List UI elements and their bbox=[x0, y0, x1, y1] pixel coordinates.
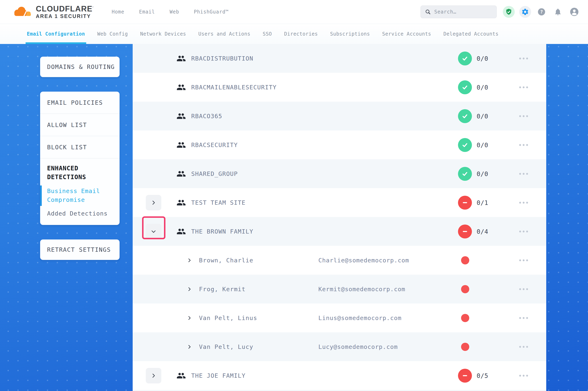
group-name: THE JOE FAMILY bbox=[191, 372, 246, 379]
status-alert-dot bbox=[461, 343, 469, 351]
member-expand-icon[interactable] bbox=[187, 258, 192, 263]
group-row-rbacmailenablesecurity: RBACMAILENABLESECURITY0/0 bbox=[133, 73, 546, 102]
member-expand-icon[interactable] bbox=[187, 287, 192, 292]
row-menu-button[interactable] bbox=[518, 257, 529, 263]
member-name: Van Pelt, Linus bbox=[199, 314, 257, 321]
member-row-brown-charlie: Brown, CharlieCharlie@somedemocorp.com bbox=[133, 246, 546, 275]
member-email: Kermit@somedemocorp.com bbox=[318, 286, 405, 293]
group-count: 0/1 bbox=[477, 199, 488, 206]
top-nav-phishguard[interactable]: PhishGuard™ bbox=[194, 9, 229, 15]
group-name: THE BROWN FAMILY bbox=[191, 228, 253, 235]
group-name: RBACDISTRUBUTION bbox=[191, 55, 253, 62]
group-icon bbox=[176, 371, 186, 380]
sidebar-item-block-list[interactable]: BLOCK LIST bbox=[40, 136, 120, 158]
group-count: 0/0 bbox=[477, 170, 488, 177]
sidebar-card-retract-settings: RETRACT SETTINGS bbox=[40, 239, 120, 260]
status-blocked-icon bbox=[458, 369, 472, 383]
group-count: 0/0 bbox=[477, 141, 488, 148]
tab-web-config[interactable]: Web Config bbox=[97, 24, 128, 44]
tab-delegated-accounts[interactable]: Delegated Accounts bbox=[443, 24, 499, 44]
group-icon bbox=[176, 227, 186, 236]
user-avatar-icon[interactable] bbox=[568, 6, 580, 18]
sidebar-item-business-email-compromise[interactable]: Business Email Compromise bbox=[40, 181, 120, 204]
status-ok-icon bbox=[458, 109, 472, 123]
sidebar-item-domains-routing[interactable]: DOMAINS & ROUTING bbox=[40, 57, 120, 77]
member-name: Brown, Charlie bbox=[199, 257, 253, 264]
notifications-bell-icon[interactable] bbox=[552, 6, 564, 18]
status-ok-icon bbox=[458, 167, 472, 181]
group-name: RBACO365 bbox=[191, 113, 222, 120]
group-name: RBACSECURITY bbox=[191, 141, 238, 148]
settings-gear-icon[interactable] bbox=[519, 6, 531, 18]
status-blocked-icon bbox=[458, 224, 472, 238]
status-alert-dot bbox=[461, 285, 469, 293]
row-menu-button[interactable] bbox=[518, 113, 529, 119]
group-row-shared-group: SHARED_GROUP0/0 bbox=[133, 159, 546, 188]
header-icons: ? bbox=[503, 6, 580, 18]
group-count: 0/0 bbox=[477, 55, 488, 62]
top-nav-home[interactable]: Home bbox=[112, 9, 124, 15]
status-blocked-icon bbox=[458, 196, 472, 210]
row-menu-button[interactable] bbox=[518, 344, 529, 350]
group-name: SHARED_GROUP bbox=[191, 170, 238, 177]
tab-network-devices[interactable]: Network Devices bbox=[140, 24, 186, 44]
member-name: Frog, Kermit bbox=[199, 286, 246, 293]
shield-check-icon[interactable] bbox=[503, 6, 515, 18]
member-row-van-pelt-linus: Van Pelt, LinusLinus@somedemocorp.com bbox=[133, 303, 546, 332]
expand-button-the-joe-family[interactable] bbox=[146, 368, 161, 384]
sidebar-item-added-detections[interactable]: Added Detections bbox=[40, 204, 120, 225]
row-menu-button[interactable] bbox=[518, 373, 529, 379]
row-menu-button[interactable] bbox=[518, 286, 529, 292]
search-input[interactable] bbox=[434, 9, 492, 15]
sidebar-item-email-policies[interactable]: EMAIL POLICIES bbox=[40, 92, 120, 113]
member-name: Van Pelt, Lucy bbox=[199, 343, 253, 350]
status-ok-icon bbox=[458, 52, 472, 65]
svg-text:?: ? bbox=[540, 9, 543, 14]
group-icon bbox=[176, 169, 186, 179]
tab-subscriptions[interactable]: Subscriptions bbox=[330, 24, 370, 44]
status-ok-icon bbox=[458, 138, 472, 152]
collapse-button-the-brown-family[interactable] bbox=[146, 224, 161, 239]
status-alert-dot bbox=[461, 314, 469, 322]
group-count: 0/5 bbox=[477, 372, 488, 379]
group-count: 0/0 bbox=[477, 84, 488, 91]
group-icon bbox=[176, 54, 186, 63]
member-expand-icon[interactable] bbox=[187, 315, 192, 321]
top-nav-web[interactable]: Web bbox=[169, 9, 179, 15]
group-icon bbox=[176, 198, 186, 207]
member-email: Linus@somedemocorp.com bbox=[318, 314, 402, 321]
search-box[interactable] bbox=[421, 5, 497, 18]
tab-service-accounts[interactable]: Service Accounts bbox=[382, 24, 431, 44]
row-menu-button[interactable] bbox=[518, 84, 529, 90]
group-name: RBACMAILENABLESECURITY bbox=[191, 84, 277, 91]
group-row-rbacdistrubution: RBACDISTRUBUTION0/0 bbox=[133, 44, 546, 73]
sub-nav: Email ConfigurationWeb ConfigNetwork Dev… bbox=[0, 24, 588, 44]
tab-sso[interactable]: SSO bbox=[263, 24, 272, 44]
tab-users-and-actions[interactable]: Users and Actions bbox=[198, 24, 250, 44]
member-row-frog-kermit: Frog, KermitKermit@somedemocorp.com bbox=[133, 275, 546, 303]
row-menu-button[interactable] bbox=[518, 171, 529, 177]
row-menu-button[interactable] bbox=[518, 142, 529, 148]
logo-text: CLOUDFLARE’ AREA 1 SECURITY bbox=[36, 5, 94, 19]
row-menu-button[interactable] bbox=[518, 228, 529, 234]
group-count: 0/0 bbox=[477, 112, 488, 120]
group-icon bbox=[176, 83, 186, 92]
group-row-test-team-site: TEST TEAM SITE0/1 bbox=[133, 188, 546, 217]
row-menu-button[interactable] bbox=[518, 55, 529, 61]
group-count: 0/4 bbox=[477, 228, 488, 235]
sidebar-item-retract-settings[interactable]: RETRACT SETTINGS bbox=[40, 239, 120, 260]
brand-trademark: ’ bbox=[93, 6, 94, 9]
brand-subtitle: AREA 1 SECURITY bbox=[36, 14, 94, 19]
top-nav-email[interactable]: Email bbox=[139, 9, 155, 15]
member-row-van-pelt-lucy: Van Pelt, LucyLucy@somedemocorp.com bbox=[133, 332, 546, 361]
row-menu-button[interactable] bbox=[518, 199, 529, 205]
member-expand-icon[interactable] bbox=[187, 344, 192, 350]
row-menu-button[interactable] bbox=[518, 315, 529, 321]
expand-button-test-team-site[interactable] bbox=[146, 195, 161, 210]
tab-email-configuration[interactable]: Email Configuration bbox=[27, 24, 85, 44]
group-icon bbox=[176, 140, 186, 150]
sidebar-item-allow-list[interactable]: ALLOW LIST bbox=[40, 114, 120, 136]
help-icon[interactable]: ? bbox=[536, 6, 548, 18]
sidebar-card-domains-routing: DOMAINS & ROUTING bbox=[40, 57, 120, 77]
tab-directories[interactable]: Directories bbox=[284, 24, 318, 44]
